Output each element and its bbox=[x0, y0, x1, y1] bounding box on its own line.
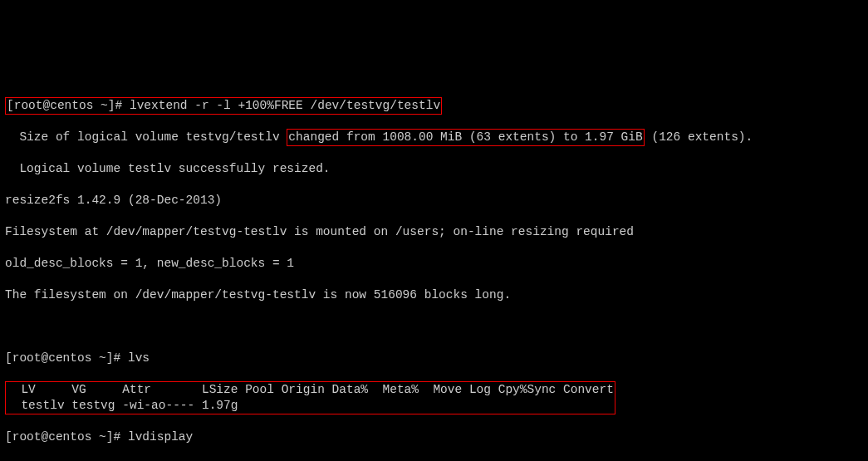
command-lvdisplay: lvdisplay bbox=[128, 430, 193, 444]
output-text: Filesystem at /dev/mapper/testvg-testlv … bbox=[5, 224, 863, 240]
lvs-header: LV VG Attr LSize Pool Origin Data% Meta%… bbox=[7, 382, 614, 398]
output-text: resize2fs 1.42.9 (28-Dec-2013) bbox=[5, 193, 863, 208]
command-lvextend: lvextend -r -l +100%FREE /dev/testvg/tes… bbox=[130, 99, 440, 112]
output-text: Size of logical volume testvg/testlv bbox=[5, 130, 287, 144]
shell-prompt[interactable]: [root@centos ~]# bbox=[5, 430, 128, 444]
shell-prompt[interactable]: [root@centos ~]# bbox=[5, 351, 128, 365]
lvs-row: testlv testvg -wi-ao---- 1.97g bbox=[7, 398, 614, 414]
highlight-size-change: changed from 1008.00 MiB (63 extents) to… bbox=[287, 129, 644, 146]
highlight-lvs-output: LV VG Attr LSize Pool Origin Data% Meta%… bbox=[5, 381, 615, 414]
command-lvs: lvs bbox=[128, 351, 150, 365]
blank-line bbox=[5, 319, 863, 335]
output-text: The filesystem on /dev/mapper/testvg-tes… bbox=[5, 287, 863, 303]
output-text: old_desc_blocks = 1, new_desc_blocks = 1 bbox=[5, 256, 863, 272]
terminal-output: [root@centos ~]# lvextend -r -l +100%FRE… bbox=[0, 79, 868, 461]
shell-prompt[interactable]: [root@centos ~]# bbox=[7, 99, 130, 112]
output-text: Logical volume testlv successfully resiz… bbox=[5, 161, 863, 177]
highlight-command-1: [root@centos ~]# lvextend -r -l +100%FRE… bbox=[5, 97, 442, 115]
